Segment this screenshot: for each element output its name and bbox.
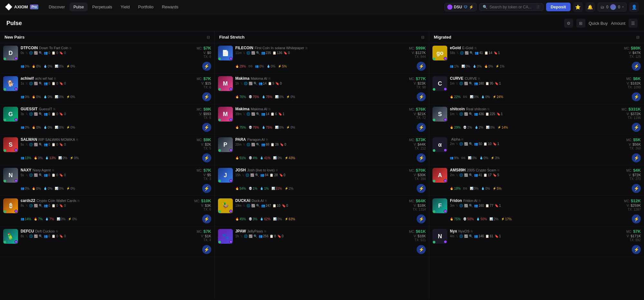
- twitter-icon[interactable]: 𝕏: [456, 234, 458, 238]
- search-icon[interactable]: 🔍: [39, 204, 43, 207]
- chain-badge[interactable]: DSU 🛡 ⚡: [444, 3, 477, 11]
- buy-button[interactable]: ⚡: [417, 214, 426, 223]
- nav-link-yield[interactable]: Yield: [117, 3, 134, 11]
- chart-icon[interactable]: 📈: [249, 82, 252, 85]
- globe-icon[interactable]: 🌐: [245, 173, 249, 177]
- search-icon[interactable]: 🔍: [469, 142, 473, 146]
- wallet-badge[interactable]: 🗂 0 0 ▾: [598, 3, 627, 12]
- search-icon[interactable]: 🔍: [469, 51, 473, 55]
- search-icon[interactable]: 🔍: [39, 234, 43, 238]
- chart-icon[interactable]: 📈: [464, 82, 468, 85]
- chart-icon[interactable]: 📈: [249, 234, 252, 238]
- token-card[interactable]: 🦆 DUCKAI Duck AI ⎘ 19m 𝕏 🌐: [215, 196, 429, 226]
- token-card[interactable]: A AMS89H 2005 Crypto Scam ⎘ 2m 𝕏 🌐: [429, 165, 644, 196]
- search-icon[interactable]: 🔍: [469, 112, 473, 116]
- chart-icon[interactable]: 📈: [251, 51, 255, 55]
- filter-icon-1[interactable]: ⊟: [421, 35, 424, 40]
- copy-icon[interactable]: ⎘: [70, 46, 71, 50]
- chart-icon[interactable]: 📈: [34, 234, 38, 238]
- copy-icon[interactable]: ⎘: [269, 107, 270, 111]
- globe-icon[interactable]: 🌐: [459, 173, 463, 177]
- copy-icon[interactable]: ⎘: [475, 46, 477, 50]
- filter-icon-0[interactable]: ⊟: [207, 35, 210, 40]
- chart-icon[interactable]: 📈: [34, 204, 38, 207]
- search-icon[interactable]: 🔍: [469, 173, 473, 177]
- buy-button[interactable]: ⚡: [632, 214, 641, 223]
- copy-icon[interactable]: ⎘: [78, 199, 80, 203]
- token-card[interactable]: S SALWAN RIP SALWAN MOMIKA ⎘ 5s 𝕏 🌐: [0, 135, 214, 165]
- twitter-icon[interactable]: 𝕏: [25, 51, 28, 55]
- token-card[interactable]: C CURVE CURVE ⎘ 1m 𝕏 🌐: [429, 74, 644, 104]
- chart-icon[interactable]: 📈: [34, 143, 38, 146]
- token-card[interactable]: 🐾 JPAW JellyPaws ⎘ 1h 𝕏 🌐: [215, 226, 429, 257]
- token-card[interactable]: 📄 FILECOIN First Coin In solana Whitepap…: [215, 43, 429, 74]
- buy-button[interactable]: ⚡: [417, 153, 426, 162]
- token-card[interactable]: P PARA Paragon AI ⎘ 20m 𝕏 🌐: [215, 135, 429, 165]
- globe-icon[interactable]: 🌐: [460, 51, 464, 55]
- copy-icon[interactable]: ⎘: [76, 138, 78, 141]
- search-icon[interactable]: 🔍: [256, 204, 260, 207]
- copy-icon[interactable]: ⎘: [266, 138, 268, 141]
- chart-icon[interactable]: 📈: [34, 173, 38, 177]
- token-card[interactable]: S shitcoin Real shitcoin ⎘ 1m 𝕏 🌐: [429, 104, 644, 135]
- token-card[interactable]: go eGold E-Gold ⎘ 58s 𝕏 🌐: [429, 43, 644, 74]
- buy-button[interactable]: ⚡: [632, 153, 641, 162]
- twitter-icon[interactable]: 𝕏: [456, 82, 458, 85]
- search-icon[interactable]: 🔍: [469, 82, 473, 85]
- copy-icon[interactable]: ⎘: [479, 199, 481, 203]
- chart-icon[interactable]: 📈: [464, 234, 468, 238]
- token-card[interactable]: α Alpha ⎘ 2m 𝕏 🌐 📈: [429, 135, 644, 165]
- chart-icon[interactable]: 📈: [251, 204, 255, 207]
- globe-icon[interactable]: 🌐: [246, 204, 250, 207]
- user-menu-button[interactable]: 👤: [629, 2, 639, 12]
- chart-icon[interactable]: 📈: [464, 204, 468, 207]
- nav-link-rewards[interactable]: Rewards: [158, 3, 182, 11]
- twitter-icon[interactable]: 𝕏: [240, 234, 243, 238]
- twitter-icon[interactable]: 𝕏: [456, 51, 459, 55]
- twitter-icon[interactable]: 𝕏: [243, 204, 245, 207]
- search-icon[interactable]: 🔍: [256, 51, 260, 55]
- star-button[interactable]: ⭐: [573, 2, 583, 12]
- copy-icon[interactable]: ⎘: [54, 77, 56, 80]
- globe-icon[interactable]: 🌐: [29, 234, 33, 238]
- search-icon[interactable]: 🔍: [469, 234, 473, 238]
- twitter-icon[interactable]: 𝕏: [456, 112, 458, 116]
- globe-icon[interactable]: 🌐: [29, 204, 33, 207]
- globe-icon[interactable]: 🌐: [246, 112, 250, 116]
- globe-icon[interactable]: 🌐: [459, 142, 463, 146]
- buy-button[interactable]: ⚡: [417, 92, 426, 101]
- buy-button[interactable]: ⚡: [632, 184, 641, 193]
- copy-icon[interactable]: ⎘: [461, 138, 463, 141]
- token-card[interactable]: 🦜 DEFCU Deft Cuckoo ⎘ 8s 𝕏 🌐: [0, 226, 214, 257]
- buy-button[interactable]: ⚡: [202, 62, 211, 71]
- globe-icon[interactable]: 🌐: [29, 82, 33, 85]
- token-card[interactable]: ₿ cards22 Crypto Coin Wallet Cards ⎘ 8s …: [0, 196, 214, 226]
- twitter-icon[interactable]: 𝕏: [243, 112, 245, 116]
- copy-icon[interactable]: ⎘: [478, 77, 480, 80]
- copy-icon[interactable]: ⎘: [264, 230, 266, 233]
- copy-icon[interactable]: ⎘: [471, 230, 473, 233]
- copy-icon[interactable]: ⎘: [306, 46, 308, 50]
- copy-icon[interactable]: ⎘: [276, 168, 278, 172]
- twitter-icon[interactable]: 𝕏: [25, 234, 28, 238]
- buy-button[interactable]: ⚡: [202, 153, 211, 162]
- token-card[interactable]: N Nyx NyxOS ⎘ 4m 𝕏 🌐 �: [429, 226, 644, 257]
- chart-icon[interactable]: 📈: [464, 142, 468, 146]
- token-card[interactable]: D DTFCOIN Down To Fart Coin ⎘ 0s 𝕏 🌐: [0, 43, 214, 74]
- search-icon[interactable]: 🔍: [255, 173, 259, 177]
- globe-icon[interactable]: 🌐: [246, 143, 250, 146]
- chart-icon[interactable]: 📈: [464, 173, 468, 177]
- search-icon[interactable]: 🔍: [39, 143, 43, 146]
- globe-icon[interactable]: 🌐: [244, 82, 248, 85]
- filter-icon-2[interactable]: ⊟: [636, 35, 639, 40]
- buy-button[interactable]: ⚡: [202, 184, 211, 193]
- buy-button[interactable]: ⚡: [417, 184, 426, 193]
- logo[interactable]: AXIOM Pro: [5, 4, 38, 11]
- chart-icon[interactable]: 📈: [34, 51, 38, 55]
- globe-icon[interactable]: 🌐: [459, 204, 463, 207]
- buy-button[interactable]: ⚡: [632, 123, 641, 132]
- nav-link-portfolio[interactable]: Portfolio: [134, 3, 157, 11]
- copy-icon[interactable]: ⎘: [56, 230, 58, 233]
- token-card[interactable]: 🐕 achiwif achi wif hat ⎘ 1s 𝕏 🌐: [0, 74, 214, 104]
- search-icon[interactable]: 🔍: [469, 204, 473, 207]
